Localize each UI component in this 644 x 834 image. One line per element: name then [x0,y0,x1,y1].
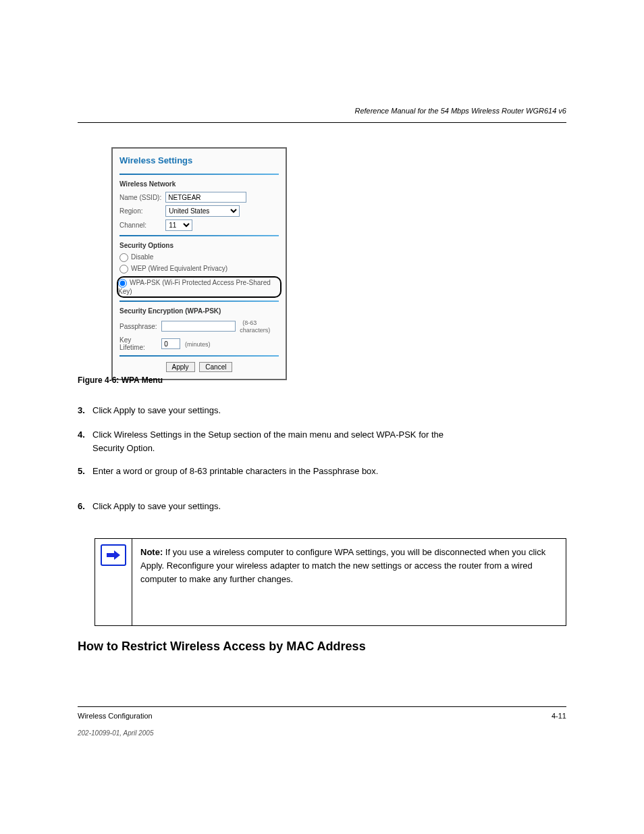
ssid-label: Name (SSID): [119,190,165,204]
radio-wpa-psk-label: WPA-PSK (Wi-Fi Protected Access Pre-Shar… [118,279,271,295]
radio-wep-label: WEP (Wired Equivalent Privacy) [131,265,227,272]
arrow-right-icon [101,544,126,566]
ssid-input[interactable] [165,192,246,203]
note-text: Note: If you use a wireless computer to … [132,539,566,625]
section-wireless-network: Wireless Network [119,180,279,188]
passphrase-label: Passphrase: [119,317,161,335]
radio-disable-label: Disable [131,253,153,261]
key-lifetime-input[interactable] [161,338,180,349]
key-lifetime-label: Key Lifetime: [119,335,161,353]
region-select[interactable]: United States [165,205,240,217]
network-fields-table: Name (SSID): Region: United States Chann… [119,190,250,232]
security-option-wep[interactable]: WEP (Wired Equivalent Privacy) [119,263,279,275]
section-encryption: Security Encryption (WPA-PSK) [119,307,279,315]
step-3: 3.Click Apply to save your settings. [78,404,566,417]
channel-label: Channel: [119,218,165,232]
encryption-fields-table: Passphrase: (8-63 characters) Key Lifeti… [119,317,279,353]
section-heading-mac-restrict: How to Restrict Wireless Access by MAC A… [78,637,566,656]
security-option-disable[interactable]: Disable [119,252,279,263]
footer-section-name: Wireless Configuration [78,712,153,720]
step-5: 5.Enter a word or group of 8-63 printabl… [78,465,566,478]
passphrase-hint: (8-63 characters) [240,319,270,334]
header-manual-title: Reference Manual for the 54 Mbps Wireles… [354,107,566,115]
footer-page-number: 4-11 [552,712,566,720]
panel-title: Wireless Settings [119,155,279,165]
security-option-wpa-psk[interactable]: WPA-PSK (Wi-Fi Protected Access Pre-Shar… [117,276,281,298]
figure-caption: Figure 4-6: WPA Menu [78,375,163,385]
key-lifetime-unit: (minutes) [185,341,211,348]
separator [119,355,279,357]
note-icon-cell [95,539,132,625]
separator [119,174,279,175]
footer-version: 202-10099-01, April 2005 [78,729,154,737]
radio-disable[interactable] [119,253,128,262]
cancel-button[interactable]: Cancel [199,362,232,372]
footer-rule [78,706,566,707]
channel-select[interactable]: 11 [165,219,192,231]
wireless-settings-screenshot: Wireless Settings Wireless Network Name … [111,147,287,380]
step-4: 4.Click Wireless Settings in the Setup s… [78,428,566,454]
separator [119,301,279,302]
separator [119,235,279,236]
section-security-options: Security Options [119,242,279,249]
apply-button[interactable]: Apply [166,362,195,372]
region-label: Region: [119,204,165,218]
header-rule [78,122,566,123]
radio-wpa-psk[interactable] [118,279,127,288]
step-6: 6.Click Apply to save your settings. [78,500,566,513]
passphrase-input[interactable] [161,321,236,332]
note-box: Note: If you use a wireless computer to … [95,538,566,626]
radio-wep[interactable] [119,265,128,273]
